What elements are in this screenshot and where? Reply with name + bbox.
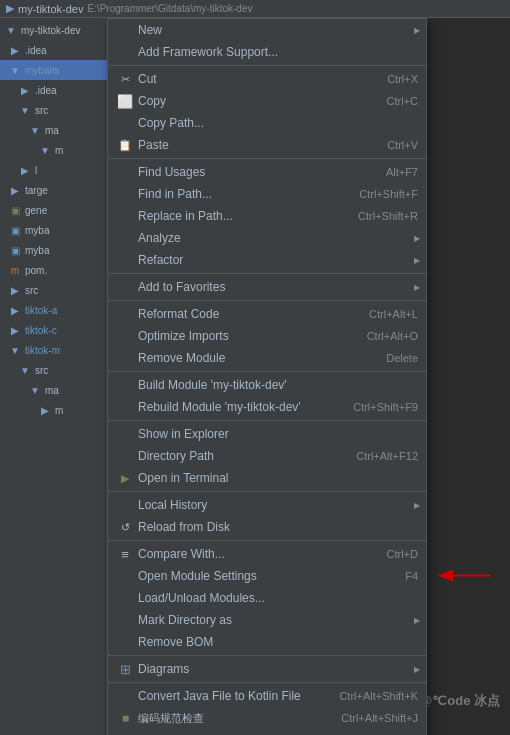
removebom-icon — [116, 634, 134, 650]
separator — [108, 491, 426, 492]
tree-item-tiktok-c[interactable]: ▶ tiktok-c — [0, 320, 107, 340]
tree-item-src2[interactable]: ▶ src — [0, 280, 107, 300]
module-icon: ▼ — [8, 63, 22, 77]
tree-item-tiktok-m[interactable]: ▼ tiktok-m — [0, 340, 107, 360]
tree-item-ma2[interactable]: ▼ ma — [0, 380, 107, 400]
menu-item-remove-bom[interactable]: Remove BOM — [108, 631, 426, 653]
optimize-icon — [116, 328, 134, 344]
folder-icon: ▶ — [8, 43, 22, 57]
compare-icon: ≡ — [116, 546, 134, 562]
menu-item-code-review[interactable]: ◼ 编码规范检查 Ctrl+Alt+Shift+J — [108, 707, 426, 729]
tree-item-src3[interactable]: ▼ src — [0, 360, 107, 380]
menu-item-local-history[interactable]: Local History — [108, 494, 426, 516]
markdir-icon — [116, 612, 134, 628]
separator — [108, 420, 426, 421]
menu-item-mark-directory[interactable]: Mark Directory as — [108, 609, 426, 631]
build-icon — [116, 377, 134, 393]
menu-item-paste[interactable]: 📋 Paste Ctrl+V — [108, 134, 426, 156]
menu-item-build-module[interactable]: Build Module 'my-tiktok-dev' — [108, 374, 426, 396]
tree-item-gene[interactable]: ▣ gene — [0, 200, 107, 220]
menu-item-replace-in-path[interactable]: Replace in Path... Ctrl+Shift+R — [108, 205, 426, 227]
menu-item-optimize-imports[interactable]: Optimize Imports Ctrl+Alt+O — [108, 325, 426, 347]
tree-item-l[interactable]: ▶ l — [0, 160, 107, 180]
settings-icon — [116, 568, 134, 584]
copy-icon: ⬜ — [116, 93, 134, 109]
convert-icon — [116, 688, 134, 704]
reload-icon: ↺ — [116, 519, 134, 535]
replace-icon — [116, 208, 134, 224]
separator — [108, 273, 426, 274]
diagrams-icon: ⊞ — [116, 661, 134, 677]
folder-icon: ▼ — [28, 383, 42, 397]
analyze-icon — [116, 230, 134, 246]
file-icon: ▣ — [8, 203, 22, 217]
loadunload-icon — [116, 590, 134, 606]
remove-icon — [116, 350, 134, 366]
context-menu: New Add Framework Support... ✂ Cut Ctrl+… — [107, 18, 427, 735]
folder-icon: ▼ — [18, 363, 32, 377]
menu-item-open-terminal[interactable]: ▶ Open in Terminal — [108, 467, 426, 489]
tree-item-root[interactable]: ▼ my-tiktok-dev — [0, 20, 107, 40]
menu-item-cut[interactable]: ✂ Cut Ctrl+X — [108, 68, 426, 90]
rebuild-icon — [116, 399, 134, 415]
menu-item-find-in-path[interactable]: Find in Path... Ctrl+Shift+F — [108, 183, 426, 205]
tree-item-myba2[interactable]: ▣ myba — [0, 240, 107, 260]
menu-item-remove-module[interactable]: Remove Module Delete — [108, 347, 426, 369]
codereview-icon: ◼ — [116, 710, 134, 726]
findinpath-icon — [116, 186, 134, 202]
tree-item-tiktok-a[interactable]: ▶ tiktok-a — [0, 300, 107, 320]
menu-item-add-favorites[interactable]: Add to Favorites — [108, 276, 426, 298]
tree-item-m2[interactable]: ▶ m — [0, 400, 107, 420]
folder-icon: ▼ — [28, 123, 42, 137]
tree-item-ma[interactable]: ▼ ma — [0, 120, 107, 140]
explorer-icon — [116, 426, 134, 442]
separator — [108, 655, 426, 656]
menu-item-reformat[interactable]: Reformat Code Ctrl+Alt+L — [108, 303, 426, 325]
menu-item-convert-java[interactable]: Convert Java File to Kotlin File Ctrl+Al… — [108, 685, 426, 707]
cut-icon: ✂ — [116, 71, 134, 87]
menu-item-copy[interactable]: ⬜ Copy Ctrl+C — [108, 90, 426, 112]
menu-item-reload[interactable]: ↺ Reload from Disk — [108, 516, 426, 538]
menu-item-load-unload[interactable]: Load/Unload Modules... — [108, 587, 426, 609]
menu-item-analyze[interactable]: Analyze — [108, 227, 426, 249]
menu-item-diagrams[interactable]: ⊞ Diagrams — [108, 658, 426, 680]
paste-icon: 📋 — [116, 137, 134, 153]
project-title: ▶ my-tiktok-dev E:\Programmer\Gitdata\my… — [6, 2, 252, 15]
menu-item-compare[interactable]: ≡ Compare With... Ctrl+D — [108, 543, 426, 565]
menu-item-directory-path[interactable]: Directory Path Ctrl+Alt+F12 — [108, 445, 426, 467]
folder-icon: ▶ — [38, 403, 52, 417]
menu-item-open-module-settings[interactable]: Open Module Settings F4 — [108, 565, 426, 587]
folder-icon: ▼ — [4, 23, 18, 37]
module-icon: ▶ — [8, 303, 22, 317]
folder-icon: ▼ — [18, 103, 32, 117]
project-icon: ▶ — [6, 2, 14, 15]
menu-item-rebuild-module[interactable]: Rebuild Module 'my-tiktok-dev' Ctrl+Shif… — [108, 396, 426, 418]
menu-item-find-usages[interactable]: Find Usages Alt+F7 — [108, 161, 426, 183]
refactor-icon — [116, 252, 134, 268]
folder-icon: ▶ — [8, 283, 22, 297]
separator — [108, 158, 426, 159]
file-icon: ▣ — [8, 223, 22, 237]
favorites-icon — [116, 279, 134, 295]
tree-item-pom[interactable]: m pom. — [0, 260, 107, 280]
separator — [108, 540, 426, 541]
tree-item-src[interactable]: ▼ src — [0, 100, 107, 120]
tree-item-m[interactable]: ▼ m — [0, 140, 107, 160]
separator — [108, 65, 426, 66]
tree-item-target[interactable]: ▶ targe — [0, 180, 107, 200]
menu-item-close-monitor[interactable]: ⊙ 关闭实时检测功能 — [108, 729, 426, 735]
folder-icon: ▶ — [18, 83, 32, 97]
menu-item-add-framework[interactable]: Add Framework Support... — [108, 41, 426, 63]
menu-item-refactor[interactable]: Refactor — [108, 249, 426, 271]
folder-icon: ▼ — [38, 143, 52, 157]
folder-icon: ▶ — [8, 183, 22, 197]
tree-item-myba1[interactable]: ▣ myba — [0, 220, 107, 240]
menu-item-copy-path[interactable]: Copy Path... — [108, 112, 426, 134]
menu-item-show-explorer[interactable]: Show in Explorer — [108, 423, 426, 445]
tree-item-mybatis[interactable]: ▼ mybatis — [0, 60, 107, 80]
menu-item-new[interactable]: New — [108, 19, 426, 41]
red-arrow-annotation — [431, 564, 496, 589]
history-icon — [116, 497, 134, 513]
tree-item-idea[interactable]: ▶ .idea — [0, 40, 107, 60]
tree-item-idea2[interactable]: ▶ .idea — [0, 80, 107, 100]
